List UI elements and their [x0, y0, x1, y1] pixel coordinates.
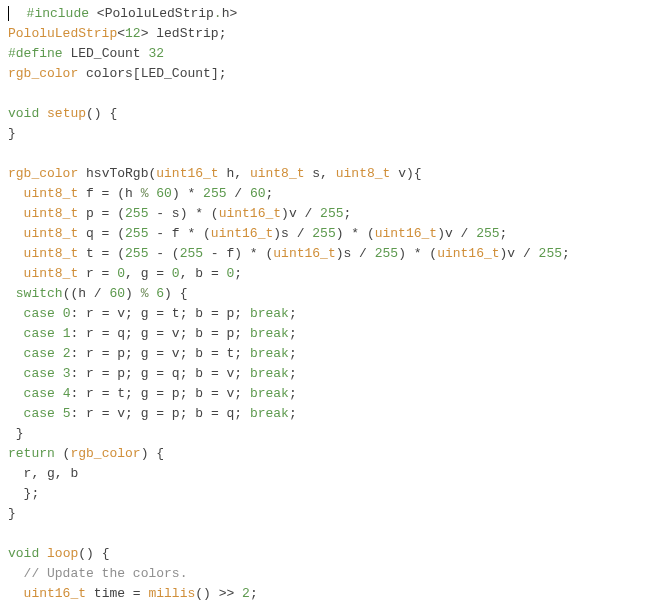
token-func: loop: [47, 546, 78, 561]
token-func: setup: [47, 106, 86, 121]
code-line[interactable]: case 4: r = t; g = p; b = v; break;: [8, 384, 649, 404]
token-num: 255: [203, 186, 226, 201]
token-plain: time =: [86, 586, 148, 600]
token-keyword: break: [250, 346, 289, 361]
token-type: rgb_color: [70, 446, 140, 461]
token-keyword: case: [24, 346, 55, 361]
code-line[interactable]: };: [8, 484, 649, 504]
token-plain: q = (: [78, 226, 125, 241]
token-plain: [55, 306, 63, 321]
token-plain: [55, 386, 63, 401]
code-line[interactable]: return (rgb_color) {: [8, 444, 649, 464]
token-plain: ) {: [141, 446, 164, 461]
code-line[interactable]: void loop() {: [8, 544, 649, 564]
token-num: 255: [375, 246, 398, 261]
token-plain: () {: [78, 546, 109, 561]
token-keyword: break: [250, 406, 289, 421]
token-plain: [39, 546, 47, 561]
token-num: 60: [250, 186, 266, 201]
token-plain: ;: [234, 266, 242, 281]
token-plain: h,: [219, 166, 250, 181]
code-line[interactable]: #define LED_Count 32: [8, 44, 649, 64]
code-line[interactable]: case 2: r = p; g = v; b = t; break;: [8, 344, 649, 364]
code-line[interactable]: rgb_color colors[LED_Count];: [8, 64, 649, 84]
token-ident: colors: [86, 66, 133, 81]
code-line[interactable]: case 3: r = p; g = q; b = v; break;: [8, 364, 649, 384]
token-plain: <: [117, 26, 125, 41]
code-line[interactable]: case 0: r = v; g = t; b = p; break;: [8, 304, 649, 324]
code-line[interactable]: r, g, b: [8, 464, 649, 484]
token-num: 255: [312, 226, 335, 241]
token-num: 255: [180, 246, 203, 261]
token-plain: >: [141, 26, 157, 41]
code-line[interactable]: case 5: r = v; g = p; b = q; break;: [8, 404, 649, 424]
code-line[interactable]: uint8_t p = (255 - s) * (uint16_t)v / 25…: [8, 204, 649, 224]
token-keyword: case: [24, 326, 55, 341]
code-line[interactable]: uint8_t r = 0, g = 0, b = 0;: [8, 264, 649, 284]
code-line[interactable]: [8, 524, 649, 544]
token-plain: ) * (: [398, 246, 437, 261]
token-plain: [55, 346, 63, 361]
token-plain: : r = p; g = q; b = v;: [70, 366, 249, 381]
code-line[interactable]: PololuLedStrip<12> ledStrip;: [8, 24, 649, 44]
code-line[interactable]: [8, 144, 649, 164]
token-plain: r, g, b: [8, 466, 78, 481]
code-line[interactable]: [8, 84, 649, 104]
token-type: rgb_color: [8, 166, 78, 181]
token-plain: ;: [289, 386, 297, 401]
code-line[interactable]: case 1: r = q; g = v; b = p; break;: [8, 324, 649, 344]
token-plain: ;: [289, 366, 297, 381]
token-type: uint16_t: [273, 246, 335, 261]
token-class: PololuLedStrip: [8, 26, 117, 41]
token-type: uint8_t: [24, 186, 79, 201]
token-plain: : r = t; g = p; b = v;: [70, 386, 249, 401]
token-plain: )v /: [500, 246, 539, 261]
token-keyword: break: [250, 326, 289, 341]
code-line[interactable]: uint16_t time = millis() >> 2;: [8, 584, 649, 600]
code-line[interactable]: }: [8, 504, 649, 524]
code-line[interactable]: }: [8, 424, 649, 444]
token-type: uint16_t: [219, 206, 281, 221]
token-plain: };: [8, 486, 39, 501]
token-keyword: switch: [16, 286, 63, 301]
token-ident: ledStrip: [156, 26, 218, 41]
token-ident: LED_Count: [70, 46, 140, 61]
code-line[interactable]: #include <PololuLedStrip.h>: [8, 4, 649, 24]
code-line[interactable]: void setup() {: [8, 104, 649, 124]
token-num: 255: [125, 226, 148, 241]
code-line[interactable]: rgb_color hsvToRgb(uint16_t h, uint8_t s…: [8, 164, 649, 184]
code-line[interactable]: }: [8, 124, 649, 144]
code-line[interactable]: uint8_t t = (255 - (255 - f) * (uint16_t…: [8, 244, 649, 264]
token-plain: }: [8, 506, 16, 521]
token-keyword: break: [250, 386, 289, 401]
token-plain: ;: [250, 586, 258, 600]
token-plain: p = (: [78, 206, 125, 221]
code-editor[interactable]: #include <PololuLedStrip.h>PololuLedStri…: [0, 0, 657, 600]
token-plain: ;: [344, 206, 352, 221]
code-line[interactable]: // Update the colors.: [8, 564, 649, 584]
token-plain: - f) * (: [203, 246, 273, 261]
token-plain: [8, 186, 24, 201]
code-line[interactable]: switch((h / 60) % 6) {: [8, 284, 649, 304]
code-line[interactable]: uint8_t f = (h % 60) * 255 / 60;: [8, 184, 649, 204]
token-plain: [78, 166, 86, 181]
token-plain: >: [229, 6, 237, 21]
token-plain: - f * (: [148, 226, 210, 241]
token-plain: , b =: [180, 266, 227, 281]
token-plain: ) {: [164, 286, 187, 301]
token-num: 12: [125, 26, 141, 41]
token-ident: hsvToRgb: [86, 166, 148, 181]
token-plain: (: [55, 446, 71, 461]
token-num: 255: [539, 246, 562, 261]
token-plain: )v /: [281, 206, 320, 221]
token-plain: () >>: [195, 586, 242, 600]
token-keyword: case: [24, 366, 55, 381]
token-func: millis: [148, 586, 195, 600]
token-plain: [8, 266, 24, 281]
code-line[interactable]: uint8_t q = (255 - f * (uint16_t)s / 255…: [8, 224, 649, 244]
token-plain: [55, 406, 63, 421]
token-ident: PololuLedStrip: [105, 6, 214, 21]
token-plain: : r = v; g = t; b = p;: [70, 306, 249, 321]
token-plain: , g =: [125, 266, 172, 281]
token-keyword: break: [250, 306, 289, 321]
